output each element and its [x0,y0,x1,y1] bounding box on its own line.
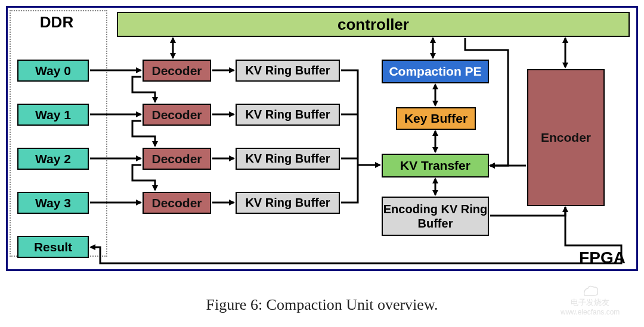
decoder1-block: Decoder [143,104,211,126]
ringbuf2-block: KV Ring Buffer [236,148,340,170]
watermark-url: www.elecfans.com [561,308,620,316]
kv-transfer-block: KV Transfer [382,154,489,177]
watermark-name: 电子发烧友 [561,297,620,308]
fpga-label: FPGA [572,249,632,267]
encoding-ringbuf-block: Encoding KV Ring Buffer [382,197,489,236]
result-block: Result [17,236,89,258]
ringbuf1-block: KV Ring Buffer [236,104,340,126]
way2-block: Way 2 [17,148,89,170]
controller-block: controller [117,12,630,37]
decoder2-block: Decoder [143,148,211,170]
watermark: 电子发烧友 www.elecfans.com [561,285,620,316]
way1-block: Way 1 [17,104,89,126]
compaction-pe-block: Compaction PE [382,60,489,83]
decoder0-block: Decoder [143,60,211,82]
way0-block: Way 0 [17,60,89,82]
encoder-block: Encoder [527,69,605,206]
ringbuf3-block: KV Ring Buffer [236,192,340,214]
ringbuf0-block: KV Ring Buffer [236,60,340,82]
figure-caption: Figure 6: Compaction Unit overview. [0,296,644,314]
watermark-icon [582,285,599,297]
decoder3-block: Decoder [143,192,211,214]
way3-block: Way 3 [17,192,89,214]
key-buffer-block: Key Buffer [396,107,476,130]
